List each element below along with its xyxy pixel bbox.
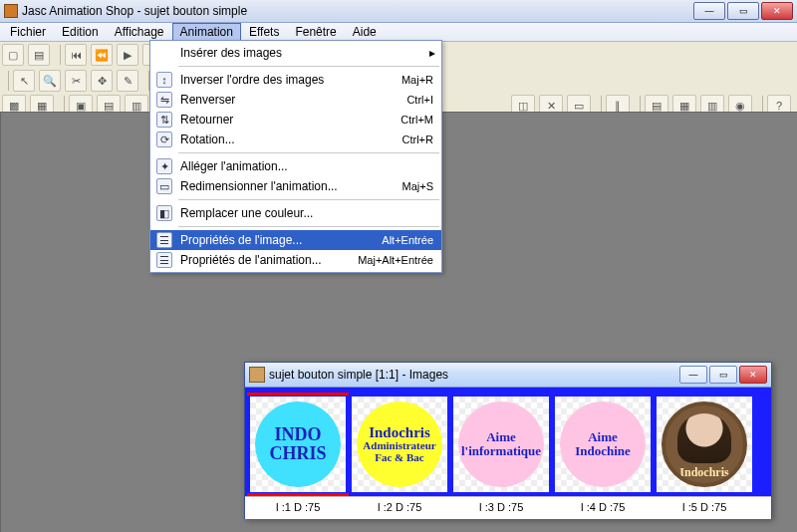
menu-entry[interactable]: ↕Inverser l'ordre des imagesMaj+R: [150, 70, 441, 90]
menu-entry[interactable]: Insérer des images▸: [150, 43, 441, 63]
frame-content: INDOCHRIS: [255, 401, 341, 487]
frame[interactable]: INDOCHRIS: [250, 397, 346, 492]
menu-entry-shortcut: Ctrl+I: [346, 94, 437, 106]
menu-entry-icon: ◧: [152, 205, 176, 221]
menu-entry-icon: ⇋: [152, 92, 176, 108]
frame-text-line: Indochine: [575, 444, 631, 458]
frame-label: I :5 D :75: [657, 497, 752, 519]
frame-text-line: l'informatique: [461, 444, 541, 458]
menu-entry-shortcut: Ctrl+M: [346, 114, 437, 126]
menu-entry-label: Retourner: [176, 113, 346, 127]
tool-move-icon[interactable]: ✥: [91, 70, 113, 92]
menu-entry-label: Inverser l'ordre des images: [176, 73, 346, 87]
menu-entry-label: Redimensionner l'animation...: [176, 179, 346, 193]
tool-picker-icon[interactable]: ✎: [117, 70, 138, 92]
frame-label: I :3 D :75: [453, 497, 549, 519]
frame[interactable]: Indochris: [657, 397, 752, 492]
document-title: sujet bouton simple [1:1] - Images: [269, 368, 448, 382]
frame-content: Aimel'informatique: [458, 401, 544, 487]
document-icon: [249, 367, 265, 383]
menu-entry[interactable]: ▭Redimensionner l'animation...Maj+S: [150, 176, 441, 196]
menu-entry-label: Remplacer une couleur...: [176, 206, 346, 220]
menu-entry-icon: ⇅: [152, 112, 176, 128]
menu-separator: [178, 66, 439, 67]
document-body: INDOCHRISIndochrisAdministrateurFac & Ba…: [245, 388, 771, 519]
tool-pointer-icon[interactable]: ↖: [13, 70, 35, 92]
menu-separator: [178, 226, 439, 227]
window-controls: — ▭ ✕: [693, 2, 793, 20]
doc-minimize-button[interactable]: —: [679, 366, 707, 384]
menu-separator: [178, 199, 439, 200]
document-window: sujet bouton simple [1:1] - Images — ▭ ✕…: [244, 362, 772, 519]
minimize-button[interactable]: —: [693, 2, 725, 20]
maximize-button[interactable]: ▭: [727, 2, 759, 20]
menu-entry-label: Propriétés de l'animation...: [176, 253, 346, 267]
document-title-bar: sujet bouton simple [1:1] - Images — ▭ ✕: [245, 363, 771, 388]
frame-content: IndochrisAdministrateurFac & Bac: [357, 401, 442, 487]
frame-label: I :2 D :75: [352, 497, 447, 519]
frame[interactable]: AimeIndochine: [555, 397, 651, 492]
menu-entry-shortcut: Maj+S: [346, 180, 437, 192]
application-window: Jasc Animation Shop - sujet bouton simpl…: [0, 0, 797, 532]
menu-item-animation[interactable]: Animation: [172, 23, 241, 41]
menu-entry-shortcut: Maj+R: [346, 74, 437, 86]
title-bar: Jasc Animation Shop - sujet bouton simpl…: [0, 0, 797, 23]
menu-entry[interactable]: ⇋RenverserCtrl+I: [150, 90, 441, 110]
menu-entry[interactable]: ✦Alléger l'animation...: [150, 156, 441, 176]
tool-open-icon[interactable]: ▤: [28, 44, 50, 66]
menu-entry[interactable]: ⟳Rotation...Ctrl+R: [150, 130, 441, 149]
menu-item-affichage[interactable]: Affichage: [107, 23, 172, 41]
frame-text-line: Aime: [588, 430, 618, 444]
filmstrip: INDOCHRISIndochrisAdministrateurFac & Ba…: [245, 388, 771, 496]
frame-text-line: Indochris: [369, 425, 430, 441]
menu-entry[interactable]: ◧Remplacer une couleur...: [150, 203, 441, 223]
menu-separator: [178, 152, 439, 153]
menu-entry-label: Rotation...: [176, 133, 346, 146]
menu-entry[interactable]: ☰Propriétés de l'image...Alt+Entrée: [150, 230, 441, 250]
menu-entry-label: Renverser: [176, 93, 346, 107]
menu-entry-icon: ↕: [152, 72, 176, 88]
frame-text-line: Fac & Bac: [375, 452, 423, 464]
document-window-controls: — ▭ ✕: [679, 366, 767, 384]
frame-text-line: Aime: [486, 430, 516, 444]
menu-entry-label: Insérer des images: [176, 46, 346, 60]
menu-entry-icon: ☰: [152, 232, 176, 248]
menu-entry[interactable]: ⇅RetournerCtrl+M: [150, 110, 441, 130]
frame[interactable]: Aimel'informatique: [453, 397, 549, 492]
menu-entry[interactable]: ☰Propriétés de l'animation...Maj+Alt+Ent…: [150, 250, 441, 270]
menu-item-fichier[interactable]: Fichier: [2, 23, 54, 41]
frame-text-line: Indochris: [679, 466, 728, 479]
menu-entry-icon: ✦: [152, 158, 176, 174]
frame-label: I :1 D :75: [250, 497, 346, 519]
frame-content: AimeIndochine: [560, 401, 646, 487]
menu-entry-shortcut: Alt+Entrée: [346, 234, 437, 246]
tool-prev-icon[interactable]: ⏪: [91, 44, 113, 66]
menu-entry-shortcut: Maj+Alt+Entrée: [346, 254, 437, 266]
menu-entry-icon: ⟳: [152, 132, 176, 147]
tool-zoom-icon[interactable]: 🔍: [39, 70, 61, 92]
menu-item-effets[interactable]: Effets: [241, 23, 287, 41]
animation-menu-dropdown: Insérer des images▸↕Inverser l'ordre des…: [149, 40, 442, 273]
menu-entry-icon: ▭: [152, 178, 176, 194]
app-title: Jasc Animation Shop - sujet bouton simpl…: [22, 4, 247, 18]
close-button[interactable]: ✕: [761, 2, 793, 20]
frame-content: Indochris: [662, 401, 747, 487]
frame-text-line: INDO: [274, 425, 321, 444]
app-icon: [4, 4, 18, 18]
frame-label: I :4 D :75: [555, 497, 651, 519]
doc-close-button[interactable]: ✕: [739, 366, 767, 384]
menu-item-edition[interactable]: Edition: [54, 23, 107, 41]
doc-maximize-button[interactable]: ▭: [709, 366, 737, 384]
tool-rewind-icon[interactable]: ⏮: [65, 44, 87, 66]
menu-entry-icon: ☰: [152, 252, 176, 268]
menu-entry-label: Alléger l'animation...: [176, 159, 346, 173]
menu-item-fenêtre[interactable]: Fenêtre: [287, 23, 344, 41]
tool-new-icon[interactable]: ▢: [2, 44, 24, 66]
menu-entry-label: Propriétés de l'image...: [176, 233, 346, 247]
menu-item-aide[interactable]: Aide: [345, 23, 385, 41]
frame[interactable]: IndochrisAdministrateurFac & Bac: [352, 397, 447, 492]
tool-play-icon[interactable]: ▶: [117, 44, 138, 66]
submenu-arrow-icon: ▸: [429, 46, 435, 60]
frame-text-line: CHRIS: [269, 444, 326, 463]
tool-crop-icon[interactable]: ✂: [65, 70, 87, 92]
